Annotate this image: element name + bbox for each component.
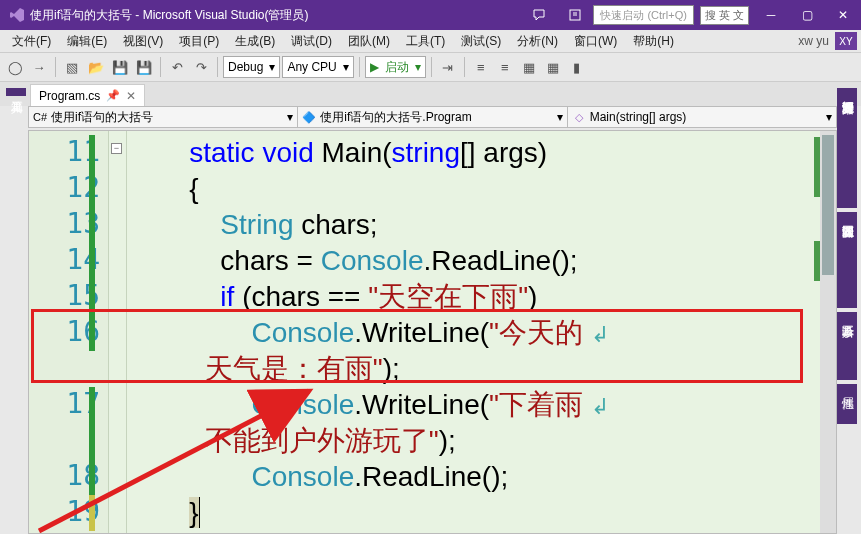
menu-window[interactable]: 窗口(W) xyxy=(566,33,625,50)
menu-bar: 文件(F) 编辑(E) 视图(V) 项目(P) 生成(B) 调试(D) 团队(M… xyxy=(0,30,861,52)
type: Console xyxy=(251,461,354,492)
quick-launch-placeholder: 快速启动 (Ctrl+Q) xyxy=(600,8,686,23)
notify-icon[interactable] xyxy=(557,0,593,30)
id: Main( xyxy=(314,137,392,168)
tool-bar: ◯ → ▧ 📂 💾 💾 ↶ ↷ Debug▾ Any CPU▾ ▶ 启动 ▾ ⇥… xyxy=(0,52,861,82)
type: Console xyxy=(321,245,424,276)
fold-toggle-icon[interactable]: − xyxy=(111,143,122,154)
menu-file[interactable]: 文件(F) xyxy=(4,33,59,50)
document-tabs: Program.cs 📌 ✕ xyxy=(0,82,861,106)
kw: static xyxy=(189,137,254,168)
txt: .ReadLine(); xyxy=(423,245,577,276)
maximize-button[interactable]: ▢ xyxy=(789,0,825,30)
minimize-button[interactable]: ─ xyxy=(753,0,789,30)
vs-logo-icon xyxy=(8,6,26,24)
open-icon[interactable]: 📂 xyxy=(85,56,107,78)
menu-analyze[interactable]: 分析(N) xyxy=(509,33,566,50)
nav-member[interactable]: ◇Main(string[] args)▾ xyxy=(568,107,836,127)
ime-indicator[interactable]: 搜 英 文 xyxy=(700,6,749,25)
brace: } xyxy=(189,497,198,528)
step-icon[interactable]: ⇥ xyxy=(437,56,459,78)
outdent-icon[interactable]: ≡ xyxy=(494,56,516,78)
tab-label: Program.cs xyxy=(39,89,100,103)
menu-team[interactable]: 团队(M) xyxy=(340,33,398,50)
navigation-bar: C#使用if语句的大括号▾ 🔷使用if语句的大括号.Program▾ ◇Main… xyxy=(28,106,837,128)
menu-project[interactable]: 项目(P) xyxy=(171,33,227,50)
pin-icon[interactable]: 📌 xyxy=(106,89,120,102)
type: Console xyxy=(251,389,354,420)
scroll-thumb[interactable] xyxy=(822,135,834,275)
feedback-icon[interactable] xyxy=(521,0,557,30)
code-editor[interactable]: 11 12 13 14 15 16 17 18 19 − static void… xyxy=(28,130,837,534)
close-button[interactable]: ✕ xyxy=(825,0,861,30)
undo-icon[interactable]: ↶ xyxy=(166,56,188,78)
menu-debug[interactable]: 调试(D) xyxy=(283,33,340,50)
annotation-box xyxy=(31,309,803,383)
indent-icon[interactable]: ≡ xyxy=(470,56,492,78)
nav-scope-text: 使用if语句的大括号 xyxy=(51,109,153,126)
start-button[interactable]: ▶ 启动 ▾ xyxy=(365,56,426,78)
start-label: 启动 xyxy=(385,59,409,76)
kw: void xyxy=(262,137,313,168)
user-name[interactable]: xw yu xyxy=(798,34,829,48)
redo-icon[interactable]: ↷ xyxy=(190,56,212,78)
txt: ) xyxy=(528,281,537,312)
nav-fwd-icon[interactable]: → xyxy=(28,56,50,78)
bookmark-icon[interactable]: ▮ xyxy=(566,56,588,78)
kw: string xyxy=(392,137,460,168)
platform-value: Any CPU xyxy=(287,60,336,74)
user-avatar[interactable]: XY xyxy=(835,32,857,50)
menu-view[interactable]: 视图(V) xyxy=(115,33,171,50)
side-solution-explorer[interactable]: 解决方案资源管理器 xyxy=(837,88,857,208)
menu-help[interactable]: 帮助(H) xyxy=(625,33,682,50)
overview-mark xyxy=(814,137,820,197)
side-diagnostics[interactable]: 诊断工具 xyxy=(837,312,857,380)
nav-back-icon[interactable]: ◯ xyxy=(4,56,26,78)
class-icon: 🔷 xyxy=(302,110,316,124)
menu-tools[interactable]: 工具(T) xyxy=(398,33,453,50)
str: "下着雨 xyxy=(489,389,583,420)
kw: if xyxy=(220,281,234,312)
side-toolbox[interactable]: 工具箱 xyxy=(6,88,26,96)
txt: chars; xyxy=(294,209,378,240)
side-properties[interactable]: 属性 xyxy=(837,384,857,424)
title-bar: 使用if语句的大括号 - Microsoft Visual Studio(管理员… xyxy=(0,0,861,30)
config-combo[interactable]: Debug▾ xyxy=(223,56,280,78)
new-project-icon[interactable]: ▧ xyxy=(61,56,83,78)
str: 不能到户外游玩了" xyxy=(205,425,439,456)
tab-program-cs[interactable]: Program.cs 📌 ✕ xyxy=(30,84,145,106)
menu-test[interactable]: 测试(S) xyxy=(453,33,509,50)
menu-build[interactable]: 生成(B) xyxy=(227,33,283,50)
nav-member-text: Main(string[] args) xyxy=(590,110,687,124)
overview-mark xyxy=(814,241,820,281)
method-icon: ◇ xyxy=(572,110,586,124)
vertical-scrollbar[interactable] xyxy=(820,131,836,533)
str: "天空在下雨" xyxy=(368,281,528,312)
menu-edit[interactable]: 编辑(E) xyxy=(59,33,115,50)
platform-combo[interactable]: Any CPU▾ xyxy=(282,56,353,78)
txt: (chars == xyxy=(234,281,368,312)
csharp-icon: C# xyxy=(33,110,47,124)
brace: { xyxy=(189,173,198,204)
txt: .WriteLine( xyxy=(354,389,489,420)
txt: .ReadLine(); xyxy=(354,461,508,492)
save-all-icon[interactable]: 💾 xyxy=(133,56,155,78)
type: String xyxy=(220,209,293,240)
txt: [] args) xyxy=(460,137,547,168)
comment-icon[interactable]: ▦ xyxy=(518,56,540,78)
uncomment-icon[interactable]: ▦ xyxy=(542,56,564,78)
txt: chars = xyxy=(220,245,320,276)
nav-class-text: 使用if语句的大括号.Program xyxy=(320,109,471,126)
window-title: 使用if语句的大括号 - Microsoft Visual Studio(管理员… xyxy=(30,7,309,24)
tab-close-icon[interactable]: ✕ xyxy=(126,89,136,103)
side-team-explorer[interactable]: 团队资源管理器 xyxy=(837,212,857,308)
nav-scope[interactable]: C#使用if语句的大括号▾ xyxy=(29,107,298,127)
nav-class[interactable]: 🔷使用if语句的大括号.Program▾ xyxy=(298,107,567,127)
config-value: Debug xyxy=(228,60,263,74)
quick-launch-input[interactable]: 快速启动 (Ctrl+Q) xyxy=(593,5,693,25)
txt: ); xyxy=(439,425,456,456)
wrap-icon: ↲ xyxy=(591,394,609,419)
save-icon[interactable]: 💾 xyxy=(109,56,131,78)
